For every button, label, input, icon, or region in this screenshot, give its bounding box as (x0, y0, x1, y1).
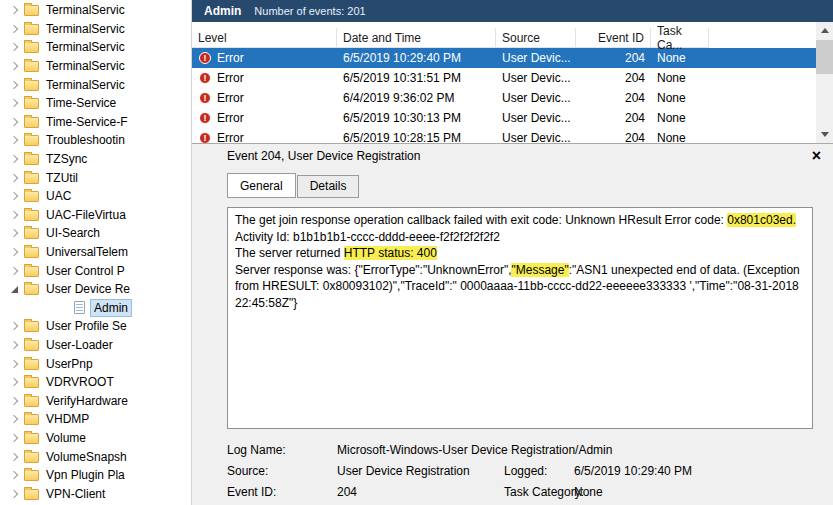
tree-item[interactable]: Admin (0, 299, 191, 318)
tree-item-label: TerminalServic (43, 77, 128, 93)
table-row[interactable]: Error 6/4/2019 9:36:02 PM User Devic... … (192, 88, 816, 108)
chevron-collapsed-icon[interactable] (6, 2, 23, 18)
chevron-collapsed-icon[interactable] (6, 188, 23, 204)
table-row[interactable]: Error 6/5/2019 10:31:51 PM User Devic...… (192, 68, 816, 88)
table-row[interactable]: Error 6/5/2019 10:28:15 PM User Devic...… (192, 128, 816, 143)
tree-item[interactable]: Troubleshootin (0, 131, 191, 150)
tab-general[interactable]: General (227, 173, 296, 198)
no-chevron[interactable] (54, 300, 71, 316)
tree-item[interactable]: User Device Re (0, 280, 191, 299)
tree-item[interactable]: TerminalServic (0, 38, 191, 57)
scroll-down-button[interactable] (816, 126, 833, 143)
chevron-collapsed-icon[interactable] (6, 77, 23, 93)
chevron-collapsed-icon[interactable] (6, 114, 23, 130)
tree-item[interactable]: Volume (0, 429, 191, 448)
level-text: Error (217, 131, 244, 143)
tree-item[interactable]: VerifyHardware (0, 391, 191, 410)
tree-item[interactable]: VPN-Client (0, 484, 191, 503)
error-icon (199, 92, 211, 104)
tab-details[interactable]: Details (297, 175, 360, 198)
close-icon[interactable]: × (812, 148, 821, 164)
chevron-collapsed-icon[interactable] (6, 337, 23, 353)
tree-item[interactable]: TerminalServic (0, 1, 191, 20)
tree-item[interactable]: VHDMP (0, 410, 191, 429)
source-cell: User Devic... (496, 131, 576, 143)
field-value: User Device Registration (337, 464, 504, 478)
event-id-cell: 204 (576, 51, 651, 65)
task-category-cell: None (651, 91, 709, 105)
tree-item[interactable]: TerminalServic (0, 75, 191, 94)
tree-item-label: User Profile Se (43, 318, 130, 334)
column-header[interactable]: Level (192, 28, 337, 48)
tree-item[interactable]: TZUtil (0, 168, 191, 187)
chevron-collapsed-icon[interactable] (6, 207, 23, 223)
tree-item[interactable]: TerminalServic (0, 57, 191, 76)
chevron-collapsed-icon[interactable] (6, 95, 23, 111)
main-pane: Admin Number of events: 201 LevelDate an… (192, 0, 833, 505)
chevron-collapsed-icon[interactable] (6, 356, 23, 372)
tree-item[interactable]: User Profile Se (0, 317, 191, 336)
column-header[interactable]: Event ID (576, 28, 651, 48)
highlighted-text: HTTP status: 400 (344, 246, 437, 260)
folder-icon (24, 80, 39, 91)
chevron-collapsed-icon[interactable] (6, 318, 23, 334)
tree-item[interactable]: UAC (0, 187, 191, 206)
error-icon (199, 72, 211, 84)
scrollbar-thumb[interactable] (816, 40, 833, 74)
tree-item[interactable]: TerminalServic (0, 20, 191, 39)
tree-item[interactable]: UAC-FileVirtua (0, 206, 191, 225)
column-header[interactable]: Date and Time (337, 28, 496, 48)
tree-item-label: User-Loader (43, 337, 116, 353)
tree-item[interactable]: UserPnp (0, 354, 191, 373)
tree-item[interactable]: User-Loader (0, 336, 191, 355)
tree-item[interactable]: TZSync (0, 150, 191, 169)
chevron-collapsed-icon[interactable] (6, 132, 23, 148)
chevron-expanded-icon[interactable] (6, 281, 23, 297)
chevron-collapsed-icon[interactable] (6, 225, 23, 241)
tree-item[interactable]: Time-Service-F (0, 113, 191, 132)
field-label-2: Logged: (504, 464, 574, 478)
folder-icon (24, 377, 39, 388)
chevron-collapsed-icon[interactable] (6, 170, 23, 186)
chevron-collapsed-icon[interactable] (6, 151, 23, 167)
column-header[interactable]: Source (496, 28, 576, 48)
chevron-collapsed-icon[interactable] (6, 39, 23, 55)
folder-icon (24, 210, 39, 221)
chevron-collapsed-icon[interactable] (6, 58, 23, 74)
tree-item[interactable]: UI-Search (0, 224, 191, 243)
field-label: Source: (227, 464, 337, 478)
vertical-scrollbar[interactable] (816, 22, 833, 143)
chevron-collapsed-icon[interactable] (6, 467, 23, 483)
event-list: LevelDate and TimeSourceEvent IDTask Ca.… (192, 22, 833, 143)
chevron-collapsed-icon[interactable] (6, 21, 23, 37)
column-header[interactable]: Task Ca... (651, 28, 709, 48)
event-properties: Log Name: Microsoft-Windows-User Device … (227, 439, 813, 502)
tree-item-label: Admin (91, 300, 131, 316)
chevron-collapsed-icon[interactable] (6, 411, 23, 427)
scroll-up-button[interactable] (816, 22, 833, 39)
tree-item[interactable]: UniversalTelem (0, 243, 191, 262)
table-row[interactable]: Error 6/5/2019 10:29:40 PM User Devic...… (192, 48, 816, 68)
scrollbar-track[interactable] (816, 39, 833, 126)
event-viewer-window: TerminalServic TerminalServic TerminalSe… (0, 0, 833, 505)
table-row[interactable]: Error 6/5/2019 10:30:13 PM User Devic...… (192, 108, 816, 128)
tree-item[interactable]: User Control P (0, 261, 191, 280)
tree-item[interactable]: Time-Service (0, 94, 191, 113)
source-cell: User Devic... (496, 91, 576, 105)
folder-icon (24, 470, 39, 481)
chevron-collapsed-icon[interactable] (6, 486, 23, 502)
tree-item[interactable]: VolumeSnapsh (0, 447, 191, 466)
field-value-2: None (574, 485, 603, 499)
highlighted-text: "Message" (511, 263, 568, 277)
field-value: 204 (337, 485, 504, 499)
tree-item[interactable]: Vpn Plugin Pla (0, 466, 191, 485)
chevron-collapsed-icon[interactable] (6, 449, 23, 465)
chevron-collapsed-icon[interactable] (6, 430, 23, 446)
tree-item[interactable]: VDRVROOT (0, 373, 191, 392)
tree-item-label: TZUtil (43, 170, 81, 186)
chevron-collapsed-icon[interactable] (6, 374, 23, 390)
folder-icon (24, 247, 39, 258)
chevron-collapsed-icon[interactable] (6, 393, 23, 409)
chevron-collapsed-icon[interactable] (6, 263, 23, 279)
chevron-collapsed-icon[interactable] (6, 244, 23, 260)
